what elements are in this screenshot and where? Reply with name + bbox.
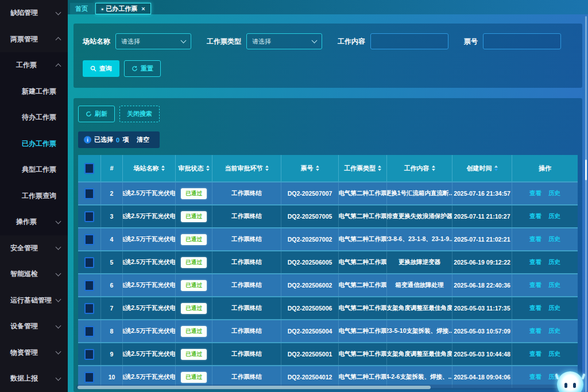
column-header-label: 票号 <box>301 164 314 173</box>
history-link[interactable]: 历史 <box>548 327 560 335</box>
selection-prefix: 已选择 <box>94 135 113 144</box>
sidebar: 缺陷管理两票管理工作票新建工作票待办工作票已办工作票典型工作票工作票查询操作票安… <box>0 0 68 392</box>
view-link[interactable]: 查看 <box>529 189 541 197</box>
tab-inactive[interactable]: 首页 <box>70 3 93 14</box>
select-all-cell <box>78 155 101 181</box>
row-checkbox[interactable] <box>84 372 94 383</box>
view-link[interactable]: 查看 <box>529 373 541 381</box>
sort-icon[interactable] <box>206 165 210 171</box>
sidebar-item[interactable]: 设备管理 <box>0 313 68 340</box>
sidebar-item[interactable]: 运行基础管理 <box>0 288 68 314</box>
station-name: 临洮2.5万千瓦光伏电.. <box>123 320 176 342</box>
chevron-down-icon <box>56 297 61 302</box>
station-name: 临洮2.5万千瓦光伏电.. <box>123 251 176 273</box>
row-checkbox[interactable] <box>84 280 94 291</box>
column-header[interactable]: 创建时间 <box>452 155 512 181</box>
input-票号[interactable] <box>483 33 561 49</box>
history-link[interactable]: 历史 <box>548 350 560 358</box>
select-场站名称[interactable]: 请选择 <box>115 33 191 49</box>
sort-icon[interactable] <box>378 165 381 171</box>
sidebar-item[interactable]: 缺陷管理 <box>0 0 68 26</box>
row-select-cell <box>78 320 101 342</box>
status-badge: 已通过 <box>181 303 207 314</box>
close-search-button[interactable]: 关闭搜索 <box>119 106 160 122</box>
column-header[interactable]: 当前审批环节 <box>212 155 281 181</box>
row-checkbox[interactable] <box>84 326 94 337</box>
column-header-label: 审批状态 <box>179 164 204 173</box>
sort-icon[interactable] <box>316 165 319 171</box>
history-link[interactable]: 历史 <box>548 189 560 197</box>
tab-active[interactable]: ●已办工作票× <box>95 3 151 14</box>
sort-icon[interactable] <box>265 165 269 171</box>
vertical-scrollbar[interactable] <box>585 16 587 392</box>
horizontal-scrollbar[interactable] <box>76 385 573 390</box>
ticket-number: DQ2-202505004 <box>281 320 339 342</box>
view-link[interactable]: 查看 <box>529 235 541 243</box>
sidebar-item[interactable]: 安全管理 <box>0 235 68 262</box>
sidebar-item[interactable]: 物资管理 <box>0 340 68 366</box>
app-window: 缺陷管理两票管理工作票新建工作票待办工作票已办工作票典型工作票工作票查询操作票安… <box>0 0 588 392</box>
row-select-cell <box>78 343 101 365</box>
column-header[interactable]: 工作内容 <box>387 155 452 181</box>
chevron-down-icon <box>56 375 61 381</box>
query-button[interactable]: 查询 <box>83 60 119 77</box>
close-tab-icon[interactable]: × <box>141 6 145 12</box>
history-link[interactable]: 历史 <box>548 304 560 312</box>
sidebar-item[interactable]: 操作票 <box>0 209 68 235</box>
row-actions: 查看历史 <box>512 297 578 319</box>
ticket-type: 电气第二种工作票 <box>339 343 387 365</box>
view-link[interactable]: 查看 <box>529 350 541 358</box>
sidebar-item[interactable]: 工作票 <box>0 52 68 79</box>
row-checkbox[interactable] <box>84 349 94 360</box>
row-actions: 查看历史 <box>512 274 578 296</box>
view-link[interactable]: 查看 <box>529 327 541 335</box>
history-link[interactable]: 历史 <box>548 212 560 220</box>
reset-button[interactable]: 重置 <box>124 60 161 77</box>
row-checkbox[interactable] <box>84 257 94 268</box>
view-link[interactable]: 查看 <box>529 258 541 266</box>
row-actions: 查看历史 <box>512 228 578 250</box>
vertical-scrollbar-thumb[interactable] <box>585 160 587 180</box>
sidebar-item[interactable]: 工作票查询 <box>0 183 68 209</box>
column-header[interactable]: 审批状态 <box>176 155 212 181</box>
column-header[interactable]: 票号 <box>281 155 339 181</box>
select-all-checkbox[interactable] <box>84 163 94 174</box>
status-badge: 已通过 <box>181 234 207 245</box>
view-link[interactable]: 查看 <box>529 281 541 289</box>
field-label: 工作内容 <box>338 37 365 46</box>
sidebar-item[interactable]: 两票管理 <box>0 26 68 53</box>
column-header[interactable]: 场站名称 <box>123 155 176 181</box>
sidebar-item[interactable]: 智能巡检 <box>0 261 68 288</box>
refresh-button[interactable]: 刷新 <box>78 106 115 122</box>
sidebar-item[interactable]: 已办工作票 <box>0 131 68 157</box>
created-time: 2025-05-03 11:17:35 <box>452 297 512 319</box>
sort-icon[interactable] <box>494 165 498 171</box>
input-工作内容[interactable] <box>370 33 448 49</box>
history-link[interactable]: 历史 <box>548 281 560 289</box>
row-checkbox[interactable] <box>84 188 94 199</box>
clear-selection-link[interactable]: 清空 <box>137 135 149 144</box>
column-header[interactable]: 工作票类型 <box>339 155 387 181</box>
view-link[interactable]: 查看 <box>529 304 541 312</box>
main-area: 首页●已办工作票× 场站名称请选择工作票类型请选择工作内容票号 查询 重置 <box>68 0 588 392</box>
history-link[interactable]: 历史 <box>548 258 560 266</box>
sidebar-item[interactable]: 典型工作票 <box>0 157 68 183</box>
history-link[interactable]: 历史 <box>548 235 560 243</box>
created-time: 2025-07-11 21:10:27 <box>452 205 512 227</box>
sidebar-item[interactable]: 新建工作票 <box>0 79 68 105</box>
sidebar-item[interactable]: 待办工作票 <box>0 104 68 131</box>
table-row: 9临洮2.5万千瓦光伏电..已通过工作票终结DQ2-202505001电气第二种… <box>78 342 578 365</box>
select-工作票类型[interactable]: 请选择 <box>246 33 322 49</box>
sidebar-item[interactable]: 数据上报 <box>0 366 68 392</box>
sort-asc-icon <box>206 165 210 168</box>
view-link[interactable]: 查看 <box>529 212 541 220</box>
sort-icon[interactable] <box>161 165 165 171</box>
sort-icon[interactable] <box>432 165 435 171</box>
refresh-icon <box>86 111 92 117</box>
search-field: 工作票类型请选择 <box>207 33 322 49</box>
row-checkbox[interactable] <box>84 303 94 314</box>
row-checkbox[interactable] <box>84 211 94 222</box>
row-checkbox[interactable] <box>84 234 94 245</box>
close-search-label: 关闭搜索 <box>127 110 152 118</box>
horizontal-scrollbar-thumb[interactable] <box>78 386 431 389</box>
